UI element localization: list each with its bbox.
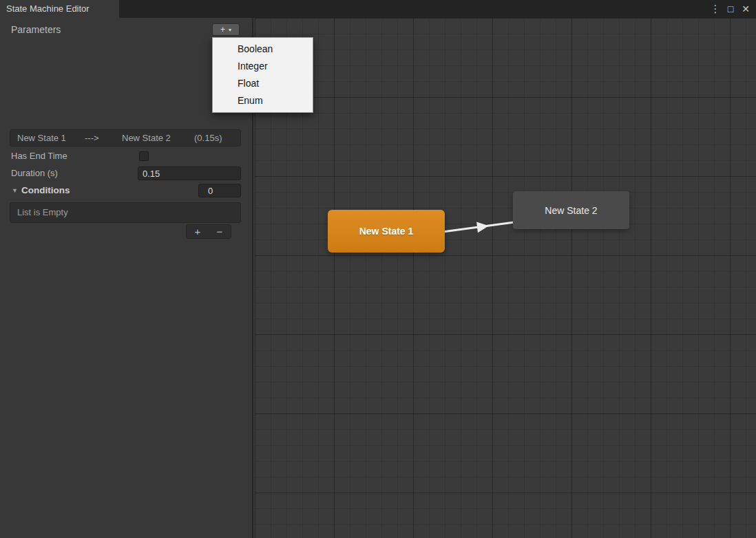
transition-from-label: New State 1: [17, 130, 66, 146]
transition-arrowhead-icon[interactable]: [476, 220, 490, 233]
conditions-count-input[interactable]: [198, 184, 241, 197]
remove-condition-button[interactable]: −: [209, 225, 231, 238]
transition-to-label: New State 2: [122, 130, 171, 146]
has-end-time-label: Has End Time: [11, 149, 67, 163]
window-menu-icon[interactable]: ⋮: [708, 0, 723, 18]
parameter-type-dropdown: Boolean Integer Float Enum: [212, 37, 313, 113]
tab-state-machine-editor[interactable]: State Machine Editor: [0, 0, 119, 18]
transition-arrow-label: --->: [85, 130, 99, 146]
maximize-icon[interactable]: □: [723, 0, 738, 18]
conditions-empty-list: List is Empty: [10, 202, 241, 223]
parameters-label: Parameters: [11, 24, 61, 35]
inspector-panel: Parameters + ▾ Boolean Integer Float Enu…: [0, 18, 253, 538]
conditions-list-footer: + −: [186, 224, 231, 239]
has-end-time-checkbox[interactable]: [139, 151, 149, 161]
close-icon[interactable]: ✕: [738, 0, 753, 18]
duration-field-label: Duration (s): [11, 166, 58, 180]
menu-item-enum[interactable]: Enum: [213, 92, 313, 109]
state-node-new-state-2[interactable]: New State 2: [513, 191, 629, 229]
add-condition-button[interactable]: +: [187, 225, 209, 238]
chevron-down-icon: ▾: [229, 27, 231, 33]
plus-icon: +: [220, 25, 225, 34]
state-node-new-state-1[interactable]: New State 1: [328, 210, 445, 252]
menu-item-float[interactable]: Float: [213, 75, 313, 92]
conditions-foldout-label[interactable]: Conditions: [21, 184, 70, 197]
duration-input[interactable]: [138, 166, 241, 180]
add-parameter-button[interactable]: + ▾: [212, 23, 240, 36]
window-controls: ⋮ □ ✕: [708, 0, 753, 18]
transition-duration-label: (0.15s): [194, 130, 222, 146]
title-bar: State Machine Editor ⋮ □ ✕: [0, 0, 756, 18]
transition-header[interactable]: New State 1 ---> New State 2 (0.15s): [10, 129, 241, 147]
foldout-triangle-icon[interactable]: ▼: [12, 187, 18, 194]
menu-item-integer[interactable]: Integer: [213, 58, 313, 75]
transition-edge-layer: [255, 18, 756, 538]
graph-canvas[interactable]: New State 1 New State 2: [255, 18, 756, 538]
menu-item-boolean[interactable]: Boolean: [213, 41, 313, 58]
